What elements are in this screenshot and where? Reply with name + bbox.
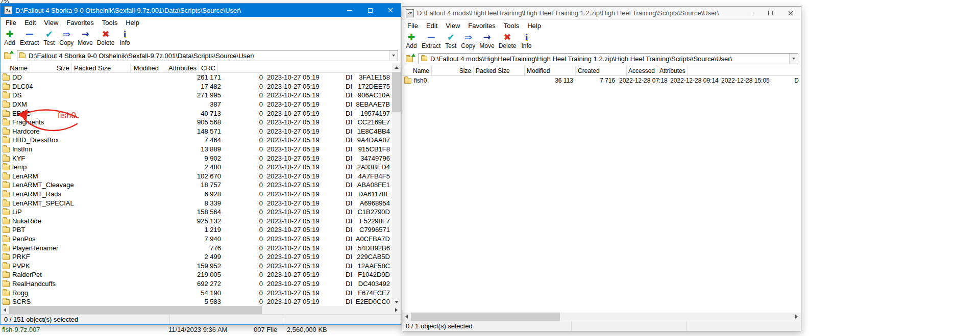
extract-button[interactable]: Extract (420, 32, 443, 50)
close-button[interactable] (780, 7, 801, 19)
move-button[interactable]: Move (76, 29, 94, 47)
table-row[interactable]: PlayerRenamer 776 0 2023-10-27 05:19 DI … (1, 243, 401, 252)
column-header[interactable]: Packed Size (474, 66, 525, 75)
menu-item[interactable]: View (40, 18, 62, 28)
menu-item[interactable]: Help (121, 18, 143, 28)
scrollbar-track[interactable] (411, 313, 792, 321)
close-icon (388, 8, 393, 13)
extract-button[interactable]: Extract (18, 29, 41, 47)
table-row[interactable]: LenARMT_Cleavage 18 757 0 2023-10-27 05:… (1, 180, 401, 190)
table-row[interactable]: DD 261 171 0 2023-10-27 05:19 DI 3FA1E15… (1, 73, 401, 82)
maximize-button[interactable] (760, 7, 780, 19)
horizontal-scrollbar[interactable] (1, 306, 401, 314)
column-header[interactable]: Modified (525, 66, 576, 75)
table-row[interactable]: DXM 387 0 2023-10-27 05:19 DI 8EBAAE7B (1, 100, 401, 109)
scroll-down-button[interactable] (392, 298, 401, 306)
table-row[interactable]: lemp 2 480 0 2023-10-27 05:19 DI 2A33BED… (1, 163, 401, 172)
column-header[interactable]: Size (30, 63, 72, 72)
table-row[interactable]: LiP 158 564 0 2023-10-27 05:19 DI C1B279… (1, 208, 401, 217)
table-row[interactable]: RaiderPet 219 005 0 2023-10-27 05:19 DI … (1, 270, 401, 279)
minimize-button[interactable] (339, 4, 360, 17)
delete-button[interactable]: Delete (95, 29, 117, 47)
table-row[interactable]: DLC04 17 482 0 2023-10-27 05:19 DI 172DE… (1, 82, 401, 91)
table-row[interactable]: fish0 36 113 7 716 2022-12-28 07:18 2022… (402, 76, 801, 85)
copy-button[interactable]: Copy (459, 32, 477, 50)
column-header[interactable]: Accessed (627, 66, 657, 75)
table-row[interactable]: Hardcore 148 571 0 2023-10-27 05:19 DI 1… (1, 127, 401, 136)
scrollbar-track[interactable] (392, 71, 401, 298)
table-row[interactable]: NukaRide 925 132 0 2023-10-27 05:19 DI F… (1, 217, 401, 226)
table-row[interactable]: InstInn 13 889 0 2023-10-27 05:19 DI 915… (1, 145, 401, 154)
info-button[interactable]: Info (518, 32, 534, 50)
test-button[interactable]: Test (443, 32, 459, 50)
address-input[interactable] (27, 50, 389, 61)
scroll-left-button[interactable] (402, 313, 411, 321)
parent-folder-button[interactable] (405, 54, 416, 64)
menu-item[interactable]: File (2, 18, 20, 28)
item-name: Hardcore (12, 127, 39, 135)
table-row[interactable]: PenPos 7 940 0 2023-10-27 05:19 DI A0CFB… (1, 235, 401, 244)
scroll-up-button[interactable] (392, 63, 401, 71)
table-row[interactable]: LenARM 102 670 0 2023-10-27 05:19 DI 4A7… (1, 172, 401, 181)
maximize-button[interactable] (360, 4, 380, 17)
menu-item[interactable]: Favorites (464, 21, 499, 31)
table-row[interactable]: PVPK 159 952 0 2023-10-27 05:19 DI 12AAF… (1, 261, 401, 270)
column-header[interactable]: Created (576, 66, 627, 75)
menu-item[interactable]: Favorites (62, 18, 97, 28)
table-row[interactable]: RealHandcuffs 692 272 0 2023-10-27 05:19… (1, 279, 401, 289)
parent-folder-button[interactable] (3, 50, 14, 61)
titlebar[interactable]: D:\Fallout 4 mods\HighHeelTraining\High … (402, 7, 801, 20)
table-row[interactable]: Fragments 905 568 0 2023-10-27 05:19 DI … (1, 118, 401, 127)
add-button[interactable]: Add (2, 29, 18, 47)
menu-item[interactable]: Help (523, 21, 545, 31)
add-button[interactable]: Add (403, 32, 420, 50)
menu-item[interactable]: Edit (20, 18, 40, 28)
horizontal-scrollbar[interactable] (402, 313, 801, 321)
column-header[interactable]: Attributes (161, 63, 199, 72)
column-header[interactable]: CRC (199, 63, 218, 72)
item-size: 40 713 (193, 109, 223, 118)
table-row[interactable]: PRKF 2 499 0 2023-10-27 05:19 DI 229CAB5… (1, 252, 401, 262)
menu-item[interactable]: Tools (98, 18, 121, 28)
scroll-right-button[interactable] (392, 306, 401, 314)
table-row[interactable]: HBD_DressBox 7 464 0 2023-10-27 05:19 DI… (1, 136, 401, 145)
column-header[interactable]: Attributes (657, 66, 688, 75)
vertical-scrollbar[interactable] (392, 63, 401, 306)
delete-button[interactable]: Delete (497, 32, 519, 50)
scrollbar-thumb[interactable] (411, 313, 560, 321)
table-row[interactable]: EBCC 40 713 0 2023-10-27 05:19 DI 195741… (1, 109, 401, 118)
test-button[interactable]: Test (41, 29, 57, 47)
address-dropdown-button[interactable] (389, 50, 398, 61)
titlebar[interactable]: D:\Fallout 4 Sborka 9-0 Otshelnik\Sexfal… (1, 4, 401, 17)
item-modified: 2022-12-28 07:18 (617, 76, 668, 85)
scrollbar-thumb[interactable] (392, 72, 401, 112)
column-header[interactable]: Name (402, 66, 432, 75)
column-header[interactable]: Modified (131, 63, 161, 72)
table-row[interactable]: PBT 1 219 0 2023-10-27 05:19 DI C7996571 (1, 225, 401, 235)
info-button[interactable]: Info (116, 29, 133, 47)
scroll-right-button[interactable] (792, 313, 801, 321)
menu-item[interactable]: View (442, 21, 464, 31)
minimize-button[interactable] (740, 7, 760, 19)
column-header[interactable]: Size (432, 66, 474, 75)
scrollbar-thumb[interactable] (9, 306, 262, 314)
table-row[interactable]: LenARMT_Rads 6 928 0 2023-10-27 05:19 DI… (1, 190, 401, 199)
table-row[interactable]: DS 271 995 0 2023-10-27 05:19 DI 906AC10… (1, 91, 401, 100)
scroll-left-button[interactable] (1, 306, 9, 314)
table-row[interactable]: KYF 9 902 0 2023-10-27 05:19 DI 34749796 (1, 153, 401, 163)
table-row[interactable]: Rogg 54 190 0 2023-10-27 05:19 DI F674FC… (1, 288, 401, 297)
copy-button[interactable]: Copy (57, 29, 76, 47)
close-button[interactable] (380, 4, 401, 17)
menu-item[interactable]: File (403, 21, 422, 31)
move-button[interactable]: Move (477, 32, 496, 50)
column-header[interactable]: Packed Size (72, 63, 131, 72)
column-header[interactable]: Name (1, 63, 30, 72)
address-dropdown-button[interactable] (789, 54, 798, 64)
menu-item[interactable]: Edit (422, 21, 442, 31)
scrollbar-track[interactable] (9, 306, 392, 314)
item-modified: 2023-10-27 05:19 (265, 297, 324, 306)
table-row[interactable]: SCRS 5 583 0 2023-10-27 05:19 DI E2ED0CC… (1, 297, 401, 306)
address-input[interactable] (428, 54, 789, 64)
menu-item[interactable]: Tools (500, 21, 523, 31)
table-row[interactable]: LenARMT_SPECIAL 8 339 0 2023-10-27 05:19… (1, 198, 401, 208)
